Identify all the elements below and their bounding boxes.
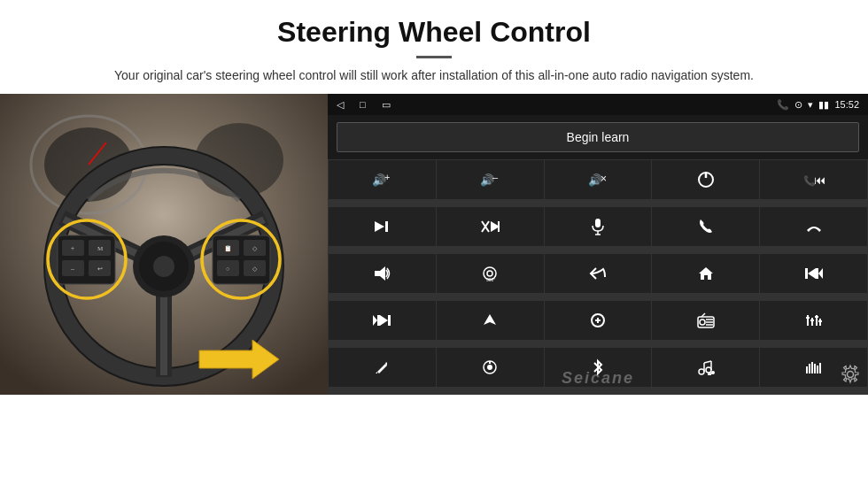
- status-right: 📞 ⊙ ▾ ▮▮ 15:52: [777, 99, 859, 111]
- svg-rect-81: [806, 317, 810, 319]
- prev-prev-button[interactable]: [760, 254, 867, 293]
- mute-button[interactable]: 🔊×: [545, 160, 652, 199]
- next-next-button[interactable]: [329, 301, 436, 340]
- svg-rect-65: [377, 315, 380, 326]
- phone-icon: 📞: [777, 99, 789, 111]
- car-image-panel: + M – ↩ 📋 ◇ ○ ◇: [0, 94, 328, 395]
- svg-marker-46: [375, 221, 384, 232]
- svg-marker-64: [373, 315, 377, 326]
- svg-marker-66: [380, 315, 388, 326]
- title-divider: [416, 56, 452, 58]
- svg-text:+: +: [384, 172, 390, 182]
- time-display: 15:52: [834, 99, 859, 110]
- wifi-icon: ▾: [808, 99, 813, 111]
- content-area: + M – ↩ 📋 ◇ ○ ◇: [0, 94, 868, 485]
- svg-rect-83: [815, 316, 818, 318]
- svg-rect-62: [816, 268, 818, 279]
- steering-wheel-svg: + M – ↩ 📋 ◇ ○ ◇: [0, 94, 328, 395]
- svg-rect-99: [817, 366, 818, 373]
- controls-grid: 🔊+ 🔊– 🔊× 📞 ⏮: [328, 159, 868, 395]
- svg-point-15: [153, 256, 174, 277]
- location-icon: ⊙: [794, 99, 802, 111]
- svg-rect-47: [385, 221, 388, 232]
- recents-nav-icon[interactable]: ▭: [382, 99, 391, 111]
- svg-rect-98: [814, 364, 816, 373]
- android-screen: ◁ □ ▭ 📞 ⊙ ▾ ▮▮ 15:52 Begin learn: [328, 94, 868, 395]
- svg-rect-97: [811, 362, 813, 373]
- subtitle-text: Your original car's steering wheel contr…: [102, 65, 766, 85]
- power-button[interactable]: [652, 160, 759, 199]
- svg-rect-82: [810, 319, 814, 321]
- nav-icons: ◁ □ ▭: [337, 99, 391, 111]
- svg-marker-59: [699, 267, 713, 280]
- svg-point-73: [700, 319, 705, 325]
- radio-button[interactable]: [652, 301, 759, 340]
- bluetooth-button[interactable]: [545, 348, 652, 387]
- svg-text:360°: 360°: [486, 277, 495, 282]
- phone-prev-button[interactable]: 📞 ⏮: [760, 160, 867, 199]
- source-button[interactable]: [545, 301, 652, 340]
- svg-text:+: +: [71, 244, 75, 252]
- svg-text:–: –: [492, 172, 499, 182]
- cam360-button[interactable]: 360°: [437, 254, 544, 293]
- music-settings-button[interactable]: [652, 348, 759, 387]
- svg-point-57: [487, 271, 492, 276]
- hang-up-button[interactable]: [760, 207, 867, 246]
- back-button[interactable]: [545, 254, 652, 293]
- battery-icon: ▮▮: [818, 99, 829, 111]
- svg-marker-63: [818, 268, 823, 279]
- home-button[interactable]: [652, 254, 759, 293]
- svg-point-101: [848, 372, 854, 378]
- svg-text:M: M: [97, 245, 104, 252]
- begin-learn-button[interactable]: Begin learn: [337, 122, 859, 152]
- svg-rect-51: [498, 221, 500, 232]
- svg-rect-60: [805, 268, 808, 279]
- svg-text:×: ×: [601, 173, 607, 185]
- navigate-button[interactable]: [437, 301, 544, 340]
- svg-rect-96: [809, 364, 810, 373]
- svg-marker-61: [808, 268, 816, 279]
- cross-next-button[interactable]: [437, 207, 544, 246]
- begin-learn-row: Begin learn: [328, 115, 868, 159]
- svg-rect-100: [819, 363, 821, 373]
- status-bar: ◁ □ ▭ 📞 ⊙ ▾ ▮▮ 15:52: [328, 94, 868, 115]
- svg-rect-52: [595, 219, 601, 227]
- horn-button[interactable]: [329, 254, 436, 293]
- learn-pen-button[interactable]: [329, 348, 436, 387]
- svg-text:📋: 📋: [224, 244, 232, 252]
- knob-button[interactable]: [437, 348, 544, 387]
- vol-up-button[interactable]: 🔊+: [329, 160, 436, 199]
- header-section: Steering Wheel Control Your original car…: [0, 0, 868, 94]
- svg-text:↩: ↩: [97, 266, 103, 273]
- svg-rect-95: [806, 366, 808, 373]
- svg-point-86: [487, 365, 492, 370]
- microphone-button[interactable]: [545, 207, 652, 246]
- svg-rect-84: [818, 320, 822, 322]
- svg-line-92: [704, 361, 711, 363]
- back-nav-icon[interactable]: ◁: [337, 99, 344, 111]
- home-nav-icon[interactable]: □: [360, 99, 366, 110]
- page-wrapper: Steering Wheel Control Your original car…: [0, 0, 868, 485]
- page-title: Steering Wheel Control: [35, 16, 833, 49]
- svg-point-89: [706, 367, 711, 373]
- svg-text:○: ○: [226, 266, 229, 273]
- vol-down-button[interactable]: 🔊–: [437, 160, 544, 199]
- gear-icon[interactable]: [840, 364, 861, 389]
- svg-point-88: [699, 369, 704, 374]
- svg-marker-55: [375, 266, 385, 281]
- svg-text:⏮: ⏮: [814, 173, 825, 187]
- phone-call-button[interactable]: [652, 207, 759, 246]
- svg-rect-67: [388, 315, 391, 326]
- next-track-button[interactable]: [329, 207, 436, 246]
- svg-marker-68: [484, 314, 496, 325]
- eq-button[interactable]: [760, 301, 867, 340]
